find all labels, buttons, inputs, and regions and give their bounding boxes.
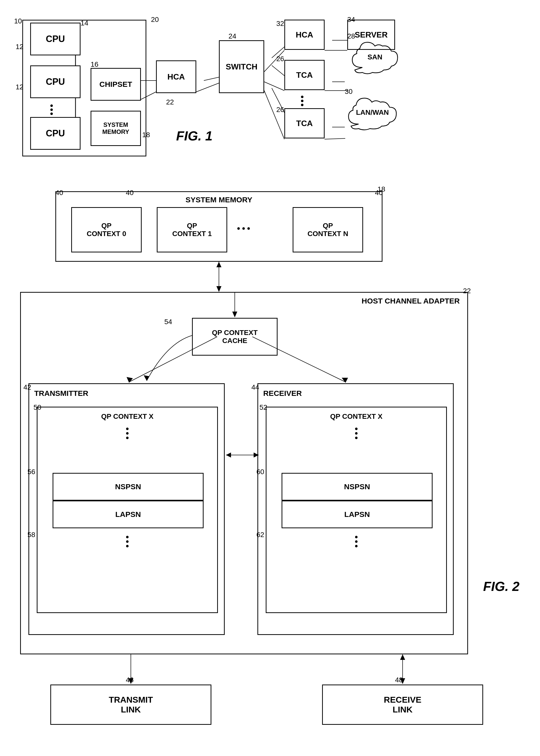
cpu-box-1: CPU — [30, 23, 80, 55]
svg-marker-31 — [144, 375, 149, 381]
ref-46: 46 — [126, 676, 134, 684]
nspsn-t-box: NSPSN — [53, 473, 203, 501]
transmit-link-box: TRANSMITLINK — [50, 684, 211, 725]
svg-marker-27 — [342, 378, 348, 383]
tca2-label: TCA — [296, 119, 313, 128]
ref-52: 52 — [259, 403, 267, 411]
sys-mem-fig2-label: SYSTEM MEMORY — [186, 196, 252, 204]
switch-box: SWITCH — [219, 40, 264, 93]
fig1-dots-tca — [301, 96, 304, 106]
tca-box-2: TCA — [284, 108, 325, 138]
transmit-link-label: TRANSMITLINK — [109, 695, 153, 714]
ref-56: 56 — [27, 468, 35, 476]
switch-label: SWITCH — [226, 62, 257, 72]
ref-26b: 26 — [276, 106, 284, 114]
receiver-box: RECEIVER QP CONTEXT X 60 NSPSN — [257, 383, 454, 635]
qp-ctx-x-t-box: QP CONTEXT X 56 NSPSN LAPSN — [37, 407, 218, 613]
qp-ctx-n-label: QPCONTEXT N — [308, 222, 348, 238]
svg-text:LAN/WAN: LAN/WAN — [356, 108, 389, 116]
chipset-label: CHIPSET — [99, 80, 132, 88]
svg-line-20 — [264, 90, 284, 139]
svg-marker-29 — [226, 452, 231, 458]
ref-44: 44 — [251, 383, 259, 391]
ref-28: 28 — [347, 32, 355, 40]
ref-10: 10 — [14, 17, 22, 25]
qp-ctx-0-box: QPCONTEXT 0 — [71, 207, 142, 252]
sys-mem-box-fig1: SYSTEM MEMORY — [90, 111, 141, 146]
qp-ctx-x-t-label: QP CONTEXT X — [101, 412, 154, 420]
cpu3-label: CPU — [46, 128, 65, 139]
lapsn-r-box: LAPSN — [282, 501, 433, 528]
svg-text:SAN: SAN — [367, 53, 382, 61]
qp-ctx-1-box: QPCONTEXT 1 — [157, 207, 227, 252]
lapsn-r-label: LAPSN — [344, 510, 370, 519]
fig1-lines — [0, 15, 540, 176]
ref-62: 62 — [256, 531, 264, 539]
dots-t-top — [126, 428, 129, 439]
hca-right-box: HCA — [284, 20, 325, 50]
lanwan-cloud: LAN/WAN — [345, 92, 405, 133]
qp-ctx-1-label: QPCONTEXT 1 — [172, 222, 211, 238]
cpu-box-2: CPU — [30, 66, 80, 98]
dots-r-top — [355, 428, 357, 439]
qp-ctx-x-r-label: QP CONTEXT X — [330, 412, 382, 420]
svg-marker-23 — [232, 312, 237, 317]
hca-outer-box: HOST CHANNEL ADAPTER QP CONTEXTCACHE 54 … — [20, 292, 468, 654]
san-cloud: SAN — [347, 37, 403, 77]
fig1-arrows — [0, 15, 540, 186]
chipset-box: CHIPSET — [90, 68, 141, 101]
svg-marker-33 — [216, 286, 221, 292]
svg-line-14 — [141, 92, 156, 99]
transmitter-box: TRANSMITTER QP CONTEXT X 56 NSPSN — [29, 383, 225, 635]
ref-12a: 12 — [16, 43, 23, 51]
ref-48: 48 — [395, 676, 403, 684]
ref-12b: 12 — [16, 83, 23, 91]
hca-right-label: HCA — [296, 30, 313, 40]
qp-cache-box: QP CONTEXTCACHE — [192, 318, 278, 356]
nspsn-r-label: NSPSN — [344, 483, 370, 491]
ref-16: 16 — [90, 61, 98, 69]
svg-line-18 — [264, 82, 284, 90]
svg-marker-34 — [216, 262, 221, 267]
ref-30: 30 — [345, 87, 352, 96]
ref-24: 24 — [228, 32, 236, 40]
nspsn-t-label: NSPSN — [115, 483, 141, 491]
fig1-label: FIG. 1 — [176, 128, 212, 143]
ref-60: 60 — [256, 468, 264, 476]
tca-box-1: TCA — [284, 60, 325, 90]
diagram-container: 10 12 12 CPU CPU CPU 14 CHIPSET 16 SYSTE… — [0, 0, 540, 756]
ref-14: 14 — [80, 19, 88, 27]
qp-cache-label: QP CONTEXTCACHE — [212, 329, 258, 345]
cpu2-label: CPU — [46, 76, 65, 87]
ref-32: 32 — [276, 20, 284, 28]
svg-line-21 — [325, 138, 345, 139]
fig2-label: FIG. 2 — [483, 579, 519, 594]
lapsn-t-label: LAPSN — [115, 510, 141, 519]
ref-58: 58 — [27, 531, 35, 539]
ref-18-fig2: 18 — [377, 185, 385, 193]
hca-left-box: HCA — [156, 61, 196, 93]
receive-link-box: RECEIVELINK — [322, 684, 483, 725]
svg-marker-25 — [127, 377, 133, 383]
transmitter-label: TRANSMITTER — [34, 389, 88, 398]
dots-t-bottom — [126, 536, 129, 547]
svg-marker-39 — [400, 654, 405, 660]
ref-40a: 40 — [55, 189, 63, 197]
sys-memory-label-fig1: SYSTEM MEMORY — [91, 121, 140, 135]
ref-20: 20 — [151, 16, 159, 24]
qp-ctx-n-box: QPCONTEXT N — [293, 207, 363, 252]
tca1-label: TCA — [296, 71, 313, 80]
ref-54: 54 — [164, 318, 172, 326]
ref-42: 42 — [23, 383, 31, 391]
ref-22-fig2: 22 — [463, 287, 471, 295]
sys-mem-fig2-box: SYSTEM MEMORY QPCONTEXT 0 QPCONTEXT 1 QP… — [55, 191, 382, 262]
lapsn-t-box: LAPSN — [53, 501, 203, 528]
ref-40b: 40 — [126, 189, 134, 197]
cpu-box-3: CPU — [30, 117, 80, 150]
nspsn-r-box: NSPSN — [282, 473, 433, 501]
receive-link-label: RECEIVELINK — [384, 695, 421, 714]
dots-r-bottom — [355, 536, 357, 547]
ref-50: 50 — [34, 403, 41, 411]
hca-label: HOST CHANNEL ADAPTER — [361, 297, 460, 305]
ref-26a: 26 — [276, 55, 284, 63]
